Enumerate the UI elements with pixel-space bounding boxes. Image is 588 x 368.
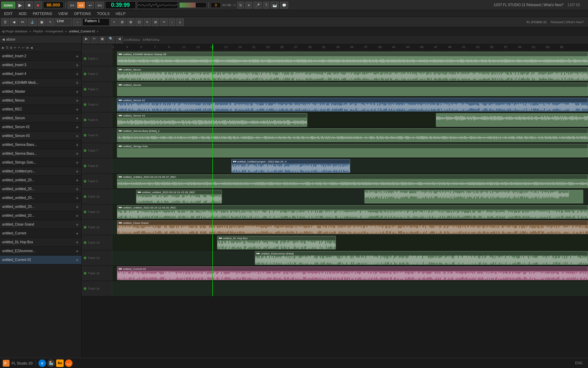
pl-tool-zoom[interactable]: 🔍 bbox=[107, 36, 115, 43]
track-led[interactable] bbox=[84, 73, 86, 75]
track-content[interactable]: ▶▶ untitled_untitled_2022-03-23 23-45-37… bbox=[112, 174, 588, 189]
audio-clip[interactable]: ▶▶ untitled_untitled_2022-03-24 12-43-20… bbox=[117, 205, 588, 219]
sidebar-tool6[interactable]: ⊠ bbox=[26, 46, 29, 49]
audio-clip[interactable]: ▶▶ untitled_DL Hop Box bbox=[217, 236, 336, 249]
sidebar-item[interactable]: untitled_Close Grand+ bbox=[0, 220, 81, 229]
tool4-btn[interactable]: ≡ bbox=[144, 18, 151, 26]
tool2-btn[interactable]: ⊠ bbox=[127, 18, 134, 26]
bpm-display[interactable]: 88.000 bbox=[43, 2, 64, 8]
audio-clip[interactable]: ▶▶ untitled_Serum #3 bbox=[117, 113, 307, 127]
sidebar-item-add[interactable]: + bbox=[75, 186, 79, 192]
sidebar-item[interactable]: untitled_Insert 2+ bbox=[0, 52, 81, 61]
playlist-btn[interactable]: ☰ bbox=[1, 18, 9, 26]
sidebar-item[interactable]: untitled_untitled_20...+ bbox=[0, 194, 81, 202]
stop-button[interactable]: ■ bbox=[26, 1, 33, 9]
track-content[interactable]: ▶▶ untitled_Close Grand bbox=[112, 220, 588, 235]
track-content[interactable]: ▶▶ untitled_untitled_2022-03-24 12-43-20… bbox=[112, 204, 588, 219]
pl-tool-back[interactable]: ◀ bbox=[116, 36, 123, 43]
sidebar-item-add[interactable]: + bbox=[75, 257, 79, 263]
sidebar-item-add[interactable]: + bbox=[75, 133, 79, 139]
audio-clip[interactable]: ▶▶ untitled_Strings Solo bbox=[117, 144, 588, 157]
back-icon[interactable]: ◀ bbox=[1, 29, 4, 34]
track-content[interactable]: ▶▶ untitled_untitled_2022-03-24 01-15-28… bbox=[112, 189, 588, 204]
audio-clip[interactable]: ▶▶ untitled_EZdrummer [64bit] bbox=[255, 251, 588, 265]
sidebar-item-add[interactable]: + bbox=[75, 62, 79, 68]
audio-clip-2[interactable] bbox=[436, 113, 588, 127]
sidebar-item-add[interactable]: + bbox=[75, 142, 79, 148]
track-content[interactable] bbox=[112, 281, 588, 296]
sidebar-item[interactable]: untitled_Nexus+ bbox=[0, 96, 81, 105]
audition-icon[interactable]: Au bbox=[56, 359, 64, 367]
track-content[interactable]: ▶▶ untitled_Current #2 bbox=[112, 266, 588, 281]
track-content[interactable]: ▶▶ untitled_Strings Solo bbox=[112, 143, 588, 158]
sidebar-item-add[interactable]: + bbox=[75, 231, 79, 236]
audio-clip[interactable]: ▶▶ untitled_Close Grand bbox=[117, 220, 588, 234]
prev-btn[interactable]: ◀ bbox=[10, 18, 18, 26]
sidebar-tool5[interactable]: ↩ bbox=[22, 46, 25, 49]
sidebar-play-icon[interactable]: ▶ bbox=[2, 46, 4, 49]
pl-tool-select[interactable]: ▣ bbox=[99, 36, 106, 43]
fl-studio-icon[interactable]: F bbox=[3, 360, 10, 367]
track-led[interactable] bbox=[84, 57, 86, 60]
menu-options[interactable]: OPTIONS bbox=[71, 10, 94, 17]
tool5-btn[interactable]: ⊞ bbox=[152, 18, 159, 26]
sidebar-item-add[interactable]: + bbox=[75, 213, 79, 218]
sidebar-item[interactable]: untitled_Serum #2+ bbox=[0, 123, 81, 132]
sidebar-item-add[interactable]: + bbox=[75, 195, 79, 201]
sidebar-item-add[interactable]: + bbox=[75, 124, 79, 130]
time-sig-btn[interactable]: 4/4 bbox=[95, 2, 104, 9]
audio-clip[interactable]: ▶▶ untitled_Serum bbox=[117, 82, 588, 96]
sidebar-item-add[interactable]: + bbox=[75, 160, 79, 165]
refresh-btn[interactable]: ↻ bbox=[237, 2, 244, 9]
sidebar-item[interactable]: untitled_Sienna Bass...+ bbox=[0, 149, 81, 158]
chat-btn[interactable]: 💬 bbox=[280, 2, 288, 9]
sidebar-item-add[interactable]: + bbox=[75, 169, 79, 174]
sidebar-item[interactable]: untitled_KSHMR Medi...+ bbox=[0, 78, 81, 87]
line-mode-selector[interactable]: Line bbox=[55, 18, 72, 26]
sidebar-item[interactable]: untitled_Serum #3+ bbox=[0, 132, 81, 140]
song-button[interactable]: SONG bbox=[1, 2, 15, 9]
track-led[interactable] bbox=[84, 88, 86, 91]
add-pattern-btn[interactable]: + bbox=[111, 18, 117, 26]
record-button[interactable]: ● bbox=[34, 1, 42, 9]
sidebar-item[interactable]: untitled_Current #2+ bbox=[0, 256, 81, 264]
sidebar-item[interactable]: untitled_Current+ bbox=[0, 229, 81, 238]
edge-icon[interactable]: e bbox=[38, 359, 46, 367]
sidebar-item[interactable]: untitled_Untitled pro...+ bbox=[0, 167, 81, 176]
collapse-icon[interactable]: ◀ bbox=[2, 37, 5, 41]
mode-3-4-btn[interactable]: 3/4 bbox=[68, 2, 76, 9]
sidebar-item[interactable]: untitled_REC+ bbox=[0, 105, 81, 114]
audio-clip[interactable]: ▶▶ untitled_untitled_2022-03-24 01-15-28… bbox=[136, 190, 222, 203]
pattern-selector[interactable]: Pattern 1 bbox=[82, 18, 110, 26]
tool7-btn[interactable]: ↓ bbox=[169, 18, 175, 26]
track-led[interactable] bbox=[84, 226, 86, 229]
close-btn[interactable]: ✕ bbox=[245, 2, 252, 9]
track-content[interactable]: ▶▶ untitled_KSHMR Medium Sweep 08 bbox=[112, 51, 588, 66]
breadcrumb-root[interactable]: Plugin database bbox=[5, 30, 28, 33]
sidebar-tool4[interactable]: ✂ bbox=[18, 46, 21, 49]
track-led[interactable] bbox=[84, 180, 86, 183]
sidebar-item-add[interactable]: + bbox=[75, 240, 79, 245]
track-led[interactable] bbox=[84, 165, 86, 167]
sidebar-item-add[interactable]: + bbox=[75, 80, 79, 86]
menu-view[interactable]: VIEW bbox=[55, 10, 70, 17]
track-led[interactable] bbox=[84, 257, 86, 259]
track-content[interactable]: ▶▶ untitled_Serum #3 bbox=[112, 112, 588, 127]
menu-tools[interactable]: TOOLS bbox=[94, 10, 112, 17]
sidebar-item[interactable]: untitled_EZdrummer...+ bbox=[0, 247, 81, 256]
sidebar-tool2[interactable]: ⊞ bbox=[10, 46, 13, 49]
sidebar-tool3[interactable]: ✏ bbox=[14, 46, 17, 49]
sidebar-item-add[interactable]: + bbox=[75, 248, 79, 254]
menu-help[interactable]: HELP bbox=[113, 10, 128, 17]
pl-tool-play[interactable]: ▶ bbox=[83, 36, 90, 43]
sidebar-item[interactable]: untitled_untitled_20...+ bbox=[0, 185, 81, 194]
sidebar-item[interactable]: untitled_Serum+ bbox=[0, 114, 81, 123]
track-content[interactable]: ▶▶ untitled_Nexus bbox=[112, 66, 588, 81]
sidebar-item-add[interactable]: + bbox=[75, 151, 79, 156]
track-led[interactable] bbox=[84, 272, 86, 275]
tool3-btn[interactable]: ⊡ bbox=[135, 18, 143, 26]
sidebar-item[interactable]: untitled_untitled_20...+ bbox=[0, 176, 81, 185]
track-led[interactable] bbox=[84, 103, 86, 106]
sidebar-item-add[interactable]: + bbox=[75, 107, 79, 112]
pl-tool-pencil[interactable]: ✏ bbox=[91, 36, 98, 43]
